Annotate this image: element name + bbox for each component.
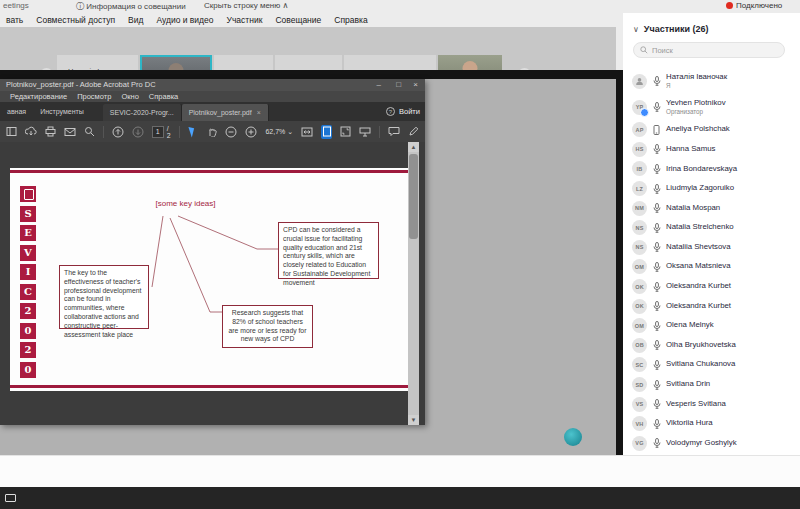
close-window-button[interactable]: ×: [413, 79, 418, 91]
page-indicator[interactable]: 1 / 2: [152, 125, 171, 139]
search-icon[interactable]: [84, 125, 95, 139]
zoom-menubar: ватьСовместный доступВидАудио и видеоУча…: [0, 13, 616, 27]
comment-icon[interactable]: [388, 125, 400, 139]
hide-menu-button[interactable]: Скрыть строку меню ∧: [204, 1, 288, 10]
participant-row[interactable]: SD Svitlana Drin: [623, 375, 800, 395]
avatar-initials: VH: [635, 421, 643, 427]
maximize-button[interactable]: □: [396, 79, 401, 91]
mic-icon: [653, 321, 661, 331]
acrobat-menu-item[interactable]: Справка: [149, 92, 178, 101]
fit-width-icon[interactable]: [301, 125, 313, 139]
tab-home[interactable]: авная: [0, 102, 33, 121]
hand-tool-icon[interactable]: [206, 125, 217, 139]
mic-icon: [653, 203, 661, 213]
participant-row[interactable]: OK Oleksandra Kurbet: [623, 296, 800, 316]
page-number-field[interactable]: 1: [152, 126, 164, 138]
info-icon: ⓘ: [76, 2, 84, 11]
presentation-icon[interactable]: [359, 125, 371, 139]
zoom-menu-item[interactable]: Аудио и видео: [156, 15, 213, 25]
tab-tools[interactable]: Инструменты: [33, 102, 91, 121]
participant-row[interactable]: NS Natalia Strelchenko: [623, 218, 800, 238]
participant-row[interactable]: YP Yevhen Plotnikov Организатор: [623, 94, 800, 120]
acrobat-menu-item[interactable]: Окно: [121, 92, 138, 101]
zoom-menu-item[interactable]: Участник: [227, 15, 263, 25]
search-input[interactable]: [652, 46, 762, 55]
document-area[interactable]: SEVIC2020 [some key ideas] The key to th…: [0, 142, 425, 425]
tab-document-sevic[interactable]: SEVIC-2020-Progr...: [103, 104, 182, 121]
participant-name: Svitlana Chukanova: [666, 360, 735, 369]
participant-row[interactable]: OM Olena Melnyk: [623, 316, 800, 336]
task-view-icon[interactable]: [5, 494, 16, 502]
participant-row[interactable]: AP Aneliya Polshchak: [623, 120, 800, 140]
participant-row[interactable]: VH Viktoriia Hura: [623, 414, 800, 434]
audio-device-icon: [652, 223, 661, 233]
zoom-menu-item[interactable]: Совместный доступ: [36, 15, 115, 25]
zoom-out-icon[interactable]: [225, 125, 237, 139]
participant-row[interactable]: NM Natalia Mospan: [623, 198, 800, 218]
participant-row[interactable]: VG Volodymyr Goshylyk: [623, 434, 800, 454]
participant-row[interactable]: HS Hanna Samus: [623, 140, 800, 160]
tab-document-plotnikov[interactable]: Plotnikov_poster.pdf ×: [182, 104, 269, 121]
participant-name: Volodymyr Goshylyk: [666, 439, 737, 448]
mic-icon: [653, 262, 661, 272]
avatar-initials: NS: [635, 244, 643, 250]
acrobat-menu-item[interactable]: Редактирование: [10, 92, 67, 101]
sign-in-button[interactable]: ? Войти: [386, 102, 420, 121]
participant-row[interactable]: SC Svitlana Chukanova: [623, 355, 800, 375]
vertical-scrollbar[interactable]: ▲ ▼: [408, 142, 419, 425]
participant-row[interactable]: LZ Liudmyla Zagoruiko: [623, 179, 800, 199]
participant-row[interactable]: OK Oleksandra Kurbet: [623, 277, 800, 297]
participant-row[interactable]: IB Irina Bondarevskaya: [623, 159, 800, 179]
participant-row[interactable]: Наталія Іваночак Я: [623, 68, 800, 94]
zoom-in-icon[interactable]: [245, 125, 257, 139]
video-strip: ‹ Наталія Іваночак Y... (организатор) Sv…: [0, 27, 616, 70]
scroll-up-icon[interactable]: ▲: [408, 142, 419, 152]
participant-name: Olena Melnyk: [666, 321, 714, 330]
avatar: OK: [632, 279, 647, 294]
participant-row[interactable]: OM Oksana Matsnieva: [623, 257, 800, 277]
next-page-icon[interactable]: [132, 125, 144, 139]
participant-row[interactable]: OB Olha Bryukhovetska: [623, 336, 800, 356]
audio-device-icon: [652, 399, 661, 409]
save-icon[interactable]: [25, 125, 37, 139]
shared-screen-top-edge: [0, 70, 616, 79]
participant-name: Liudmyla Zagoruiko: [666, 184, 734, 193]
collapse-icon[interactable]: ∨: [633, 25, 639, 34]
scrollbar-thumb[interactable]: [409, 154, 418, 239]
close-tab-icon[interactable]: ×: [257, 109, 261, 116]
zoom-menu-item[interactable]: Справка: [334, 15, 367, 25]
audio-device-icon: [652, 76, 661, 86]
fit-page-icon[interactable]: [321, 125, 332, 139]
participant-row[interactable]: VS Vesperis Svitlana: [623, 394, 800, 414]
search-icon: [640, 46, 648, 54]
participant-row[interactable]: NS Nataliia Shevtsova: [623, 238, 800, 258]
avatar: NS: [632, 240, 647, 255]
mic-icon: [653, 438, 661, 448]
select-tool-icon[interactable]: [187, 125, 198, 139]
audio-device-icon: [652, 380, 661, 390]
audio-device-icon: [652, 262, 661, 272]
email-icon[interactable]: [64, 125, 76, 139]
side-panel-icon[interactable]: [6, 125, 17, 139]
full-screen-icon[interactable]: [340, 125, 351, 139]
participants-header[interactable]: ∨ Участники (26): [633, 24, 709, 34]
minimize-button[interactable]: –: [377, 79, 381, 91]
mic-icon: [653, 419, 661, 429]
zoom-menu-item[interactable]: Вид: [128, 15, 143, 25]
audio-device-icon: [652, 321, 661, 331]
zoom-level-select[interactable]: 62,7% ⌄: [265, 128, 293, 136]
participant-name: Aneliya Polshchak: [666, 125, 730, 134]
help-icon[interactable]: ?: [386, 107, 395, 116]
previous-page-icon[interactable]: [112, 125, 124, 139]
pencil-icon[interactable]: [408, 125, 419, 139]
scroll-down-icon[interactable]: ▼: [408, 415, 419, 425]
zoom-menu-item[interactable]: вать: [6, 15, 23, 25]
avatar: NM: [632, 201, 647, 216]
zoom-menu-item[interactable]: Совещание: [275, 15, 321, 25]
acrobat-menu-item[interactable]: Просмотр: [77, 92, 111, 101]
acrobat-titlebar[interactable]: Plotnikov_poster.pdf - Adobe Acrobat Pro…: [0, 79, 425, 91]
participants-search[interactable]: [633, 42, 785, 58]
meeting-info-button[interactable]: ⓘ Информация о совещании: [76, 1, 186, 12]
avatar: OK: [632, 299, 647, 314]
print-icon[interactable]: [45, 125, 56, 139]
